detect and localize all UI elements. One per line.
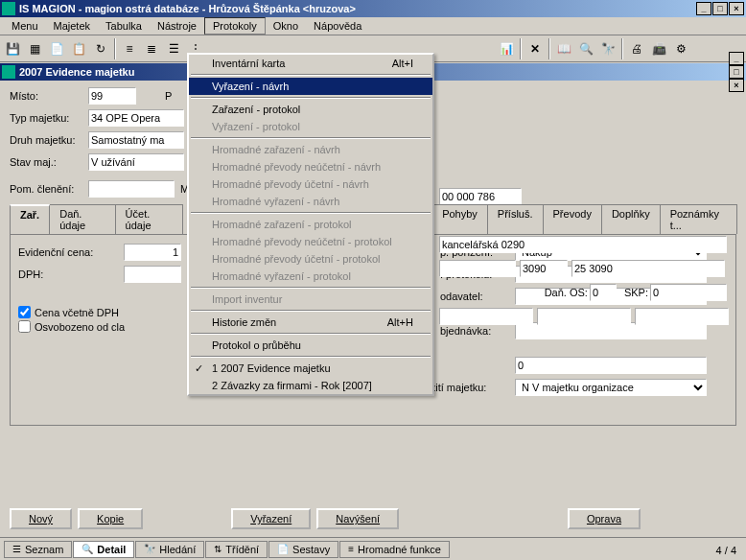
danos-input[interactable] [590, 284, 617, 301]
nazev-input[interactable] [439, 236, 727, 253]
dropdown-shortcut: Alt+H [387, 316, 413, 328]
report-icon: 📄 [277, 544, 289, 554]
oprava-button[interactable]: Oprava [568, 508, 641, 529]
tool-zoom-icon[interactable]: 🔍 [575, 38, 596, 59]
menu-protokoly[interactable]: Protokoly [204, 17, 266, 35]
dropdown-separator [191, 137, 431, 139]
btab-hledani[interactable]: 🔭Hledání [135, 541, 204, 558]
druh-input[interactable] [88, 131, 184, 149]
tab-dan[interactable]: Daň. údaje [49, 204, 115, 234]
dropdown-separator [191, 333, 431, 335]
close-button[interactable]: × [729, 2, 744, 15]
dph-input[interactable] [124, 266, 181, 283]
cena-vcetne-checkbox[interactable] [18, 306, 31, 318]
menu-majetek[interactable]: Majetek [46, 18, 99, 34]
tool-chart-icon[interactable]: 📊 [496, 38, 517, 59]
child-maximize-button[interactable]: □ [729, 65, 744, 79]
btab-detail[interactable]: 🔍Detail [73, 541, 134, 558]
menu-napoveda[interactable]: Nápověda [306, 18, 369, 34]
btab-trideni[interactable]: ⇅Třídění [205, 541, 268, 558]
dropdown-item-label: Vyřazení - protokol [212, 121, 300, 132]
vyrazeni-button[interactable]: Vyřazení [231, 508, 311, 529]
misto-input[interactable] [88, 87, 136, 105]
tab-ucet[interactable]: Účet. údaje [115, 204, 184, 234]
pom-input[interactable] [88, 180, 175, 198]
stav-input[interactable] [88, 153, 184, 171]
blank2-input[interactable] [537, 308, 631, 325]
tab-doplnky[interactable]: Doplňky [601, 204, 661, 234]
typ-label: Typ majetku: [10, 112, 88, 124]
dropdown-item[interactable]: Protokol o průběhu [189, 337, 432, 354]
osvobozeno-checkbox[interactable] [18, 320, 31, 333]
evid-input[interactable] [124, 244, 181, 261]
tab-pohyby[interactable]: Pohyby [431, 204, 488, 234]
menu-nastroje[interactable]: Nástroje [150, 18, 204, 34]
blank1-input[interactable] [439, 308, 533, 325]
tool-config-icon[interactable]: ⚙ [670, 38, 691, 59]
dropdown-item[interactable]: Historie změnAlt+H [189, 314, 432, 331]
dropdown-item-label: Hromadné vyřazení - protokol [212, 270, 351, 282]
blank3-input[interactable] [635, 308, 729, 325]
dropdown-item: Hromadné zařazení - protokol [189, 216, 432, 233]
dropdown-item: Vyřazení - protokol [189, 118, 432, 135]
tool-x-icon[interactable]: ✕ [525, 38, 546, 59]
btab-sestavy[interactable]: 📄Sestavy [268, 541, 338, 558]
skp-input[interactable] [515, 357, 707, 374]
tool-grid-icon[interactable]: ▦ [24, 38, 45, 59]
dropdown-item-label: Hromadné převody účetní - protokol [212, 253, 380, 265]
kopie-button[interactable]: Kopie [78, 508, 143, 529]
dropdown-separator [191, 97, 431, 99]
col3-input[interactable] [571, 260, 725, 277]
dropdown-item-label: Hromadné zařazení - návrh [212, 144, 340, 155]
dropdown-item[interactable]: 1 2007 Evidence majetku✓ [189, 360, 432, 377]
btab-hromadne[interactable]: ≡Hromadné funkce [339, 541, 450, 558]
tool-save-icon[interactable]: 💾 [2, 38, 23, 59]
tool-binoculars-icon[interactable]: 🔭 [597, 38, 618, 59]
bottom-tabs: ☰Seznam 🔍Detail 🔭Hledání ⇅Třídění 📄Sesta… [0, 537, 746, 560]
btab-seznam[interactable]: ☰Seznam [4, 541, 72, 558]
dropdown-item-label: 1 2007 Evidence majetku [212, 362, 331, 374]
navyseni-button[interactable]: Navýšení [316, 508, 399, 529]
minimize-button[interactable]: _ [696, 2, 711, 15]
dropdown-separator [191, 310, 431, 312]
typ-input[interactable] [88, 109, 184, 127]
tab-prislus[interactable]: Přísluš. [487, 204, 544, 234]
child-minimize-button[interactable]: _ [729, 52, 744, 65]
maximize-button[interactable]: □ [712, 2, 728, 15]
tool-print-icon[interactable]: 🖨 [626, 38, 647, 59]
inv1-input[interactable] [439, 188, 522, 205]
dropdown-item: Import inventur [189, 291, 432, 308]
danos-label: Daň. OS: [545, 287, 588, 298]
dropdown-item[interactable]: Vyřazení - návrh [189, 78, 432, 95]
tool-printer2-icon[interactable]: 📠 [648, 38, 669, 59]
menu-tabulka[interactable]: Tabulka [98, 18, 150, 34]
toolbar-separator [621, 38, 623, 59]
menu-okno[interactable]: Okno [266, 18, 306, 34]
dropdown-item[interactable]: Inventární kartaAlt+I [189, 55, 432, 72]
menu-menu[interactable]: Menu [4, 18, 46, 34]
tool-lines2-icon[interactable]: ≣ [141, 38, 162, 59]
dropdown-item-label: Hromadné převody účetní - návrh [212, 178, 369, 190]
kod-select[interactable]: N V majetku organizace [515, 379, 707, 396]
dropdown-item-label: Zařazení - protokol [212, 104, 300, 115]
tool-book-icon[interactable]: 📖 [553, 38, 574, 59]
tab-poznamky[interactable]: Poznámky t... [660, 204, 737, 234]
tool-refresh-icon[interactable]: ↻ [90, 38, 111, 59]
tool-lines1-icon[interactable]: ≡ [119, 38, 140, 59]
col1-input[interactable] [439, 260, 516, 277]
tool-doc-icon[interactable]: 📋 [68, 38, 89, 59]
col2-input[interactable] [520, 260, 568, 277]
novy-button[interactable]: Nový [10, 508, 72, 529]
dropdown-item-label: Import inventur [212, 293, 282, 305]
dropdown-item-label: Hromadné zařazení - protokol [212, 219, 352, 230]
dropdown-item[interactable]: 2 Závazky za firmami - Rok [2007] [189, 377, 432, 394]
tool-new-icon[interactable]: 📄 [46, 38, 67, 59]
tool-lines3-icon[interactable]: ☰ [163, 38, 184, 59]
tab-zar[interactable]: Zař. [10, 204, 50, 234]
dropdown-item[interactable]: Zařazení - protokol [189, 101, 432, 118]
skp-top-input[interactable] [650, 284, 727, 301]
dropdown-separator [191, 287, 431, 289]
protokoly-dropdown: Inventární kartaAlt+IVyřazení - návrhZař… [187, 53, 434, 396]
tab-prevody[interactable]: Převody [543, 204, 602, 234]
child-icon [2, 65, 15, 79]
